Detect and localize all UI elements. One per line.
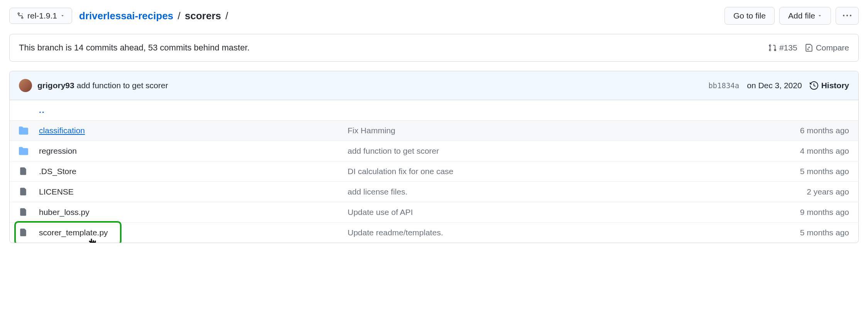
file-name-link[interactable]: .DS_Store bbox=[39, 167, 348, 176]
commit-message-link[interactable]: Update use of API bbox=[348, 208, 749, 217]
commit-message-link[interactable]: add function to get scorer bbox=[77, 81, 168, 90]
commit-hash-link[interactable]: bb1834a bbox=[708, 81, 739, 90]
file-name-link[interactable]: huber_loss.py bbox=[39, 208, 348, 217]
commit-age: 4 months ago bbox=[749, 146, 849, 156]
folder-icon bbox=[19, 146, 39, 156]
table-row: LICENSEadd license files.2 years ago bbox=[10, 181, 858, 202]
file-icon bbox=[19, 188, 39, 196]
file-name-link[interactable]: regression bbox=[39, 146, 348, 156]
commit-age: 5 months ago bbox=[749, 167, 849, 176]
kebab-horizontal-icon bbox=[843, 12, 851, 20]
parent-dir-link[interactable]: .. bbox=[39, 106, 849, 115]
caret-down-icon bbox=[60, 13, 65, 18]
file-name-link[interactable]: scorer_template.py bbox=[39, 228, 348, 237]
commit-author-link[interactable]: grigory93 bbox=[37, 81, 74, 90]
commit-age: 5 months ago bbox=[749, 228, 849, 237]
branch-name: rel-1.9.1 bbox=[27, 11, 57, 20]
table-row: classificationFix Hamming6 months ago bbox=[10, 120, 858, 141]
table-row: huber_loss.pyUpdate use of API9 months a… bbox=[10, 202, 858, 222]
table-row: regressionadd function to get scorer4 mo… bbox=[10, 141, 858, 161]
commit-message-link[interactable]: add license files. bbox=[348, 187, 749, 196]
git-pull-request-icon bbox=[768, 44, 776, 52]
compare-link[interactable]: Compare bbox=[805, 43, 849, 52]
breadcrumb-folder: scorers bbox=[185, 10, 221, 22]
add-file-button[interactable]: Add file bbox=[779, 7, 831, 25]
folder-icon bbox=[19, 126, 39, 135]
commit-message-link[interactable]: DI calculation fix for one case bbox=[348, 167, 749, 176]
table-row: .DS_StoreDI calculation fix for one case… bbox=[10, 161, 858, 181]
file-icon bbox=[19, 228, 39, 237]
caret-down-icon bbox=[817, 13, 822, 18]
branch-selector-button[interactable]: rel-1.9.1 bbox=[9, 8, 72, 24]
pr-link[interactable]: #135 bbox=[768, 43, 797, 52]
file-icon bbox=[19, 208, 39, 216]
commit-age: 9 months ago bbox=[749, 208, 849, 217]
breadcrumb: driverlessai-recipes / scorers / bbox=[79, 10, 718, 22]
branch-status-text: This branch is 14 commits ahead, 53 comm… bbox=[19, 43, 761, 53]
breadcrumb-repo-link[interactable]: driverlessai-recipes bbox=[79, 10, 173, 22]
commit-message-link[interactable]: Update readme/templates. bbox=[348, 228, 749, 237]
table-row: scorer_template.pyUpdate readme/template… bbox=[10, 222, 858, 243]
avatar[interactable] bbox=[19, 79, 32, 92]
file-icon bbox=[19, 167, 39, 176]
diff-icon bbox=[805, 44, 813, 52]
file-name-link[interactable]: LICENSE bbox=[39, 187, 348, 196]
history-icon bbox=[810, 81, 818, 90]
commit-message-link[interactable]: Fix Hamming bbox=[348, 126, 749, 135]
more-options-button[interactable] bbox=[836, 7, 859, 25]
git-branch-icon bbox=[17, 12, 24, 20]
commit-age: 2 years ago bbox=[749, 187, 849, 196]
commit-age: 6 months ago bbox=[749, 126, 849, 135]
commit-date: on Dec 3, 2020 bbox=[747, 81, 802, 90]
commit-message-link[interactable]: add function to get scorer bbox=[348, 146, 749, 156]
go-to-file-button[interactable]: Go to file bbox=[724, 7, 775, 25]
file-name-link[interactable]: classification bbox=[39, 126, 348, 135]
history-link[interactable]: History bbox=[810, 81, 849, 90]
